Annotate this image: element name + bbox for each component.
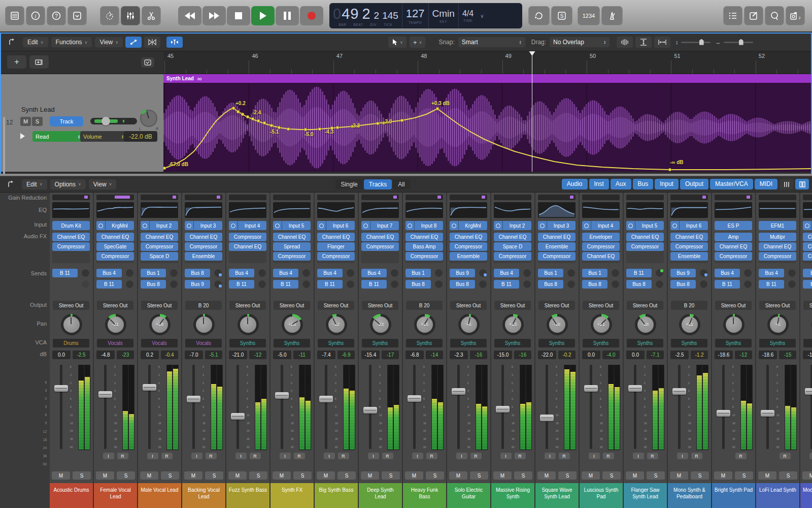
fx-slot[interactable]: Flanger bbox=[317, 242, 355, 251]
record-enable-button[interactable]: R bbox=[647, 453, 658, 459]
channel-solo-button[interactable]: S bbox=[779, 471, 797, 480]
vca-label[interactable]: Synths bbox=[494, 339, 531, 347]
channel-mute-button[interactable]: M bbox=[582, 471, 600, 480]
fx-slot[interactable]: Compressor bbox=[141, 242, 178, 251]
fx-slot[interactable]: Channel EQ bbox=[141, 233, 178, 241]
mixer-channel-strip[interactable]: ES PAmpChannel EQCompressorBus 4B 11Ster… bbox=[712, 193, 756, 508]
send-button[interactable]: Bus 1 bbox=[582, 269, 607, 277]
playhead-marker[interactable] bbox=[529, 51, 535, 56]
volume-value[interactable]: -18.6 bbox=[715, 351, 733, 359]
record-button[interactable] bbox=[300, 6, 323, 25]
record-enable-button[interactable]: R bbox=[515, 453, 526, 459]
channel-name[interactable]: LoFi Lead Synth bbox=[756, 483, 799, 508]
automation-point[interactable] bbox=[287, 128, 290, 131]
channel-solo-button[interactable]: S bbox=[382, 471, 400, 480]
pan-knob[interactable]: -18 bbox=[635, 314, 656, 335]
channel-solo-button[interactable]: S bbox=[691, 471, 709, 480]
fx-slot[interactable]: Channel EQ bbox=[538, 233, 576, 241]
fader-handle[interactable] bbox=[717, 410, 730, 417]
input-monitor-circle-icon[interactable] bbox=[538, 221, 547, 230]
channel-solo-button[interactable]: S bbox=[117, 471, 135, 480]
notepad-icon[interactable] bbox=[744, 6, 763, 25]
vca-label[interactable]: Drums bbox=[53, 339, 89, 347]
filter-audio[interactable]: Audio bbox=[562, 179, 588, 189]
input-button[interactable]: KrgMnl bbox=[96, 221, 134, 230]
fx-slot[interactable]: Compressor bbox=[450, 242, 487, 251]
output-button[interactable]: Stereo Out bbox=[759, 301, 796, 310]
send-knob[interactable] bbox=[302, 280, 311, 289]
automation-point[interactable] bbox=[270, 124, 273, 127]
fader-handle[interactable] bbox=[187, 396, 200, 402]
input-monitor-button[interactable]: I bbox=[147, 453, 158, 459]
fx-slot[interactable]: Compressor bbox=[803, 252, 812, 261]
send-knob[interactable] bbox=[170, 280, 178, 289]
solo-button[interactable]: S bbox=[32, 117, 43, 126]
pan-knob[interactable]: +11 bbox=[679, 314, 700, 335]
vca-label[interactable]: Synths bbox=[274, 339, 310, 347]
send-button[interactable]: Bus 4 bbox=[715, 269, 740, 277]
send-button[interactable]: B 11 bbox=[803, 280, 812, 289]
input-monitor-circle-icon[interactable] bbox=[582, 221, 591, 230]
record-enable-button[interactable]: R bbox=[117, 453, 128, 459]
input-button[interactable]: Input 2 bbox=[141, 221, 178, 230]
input-button[interactable]: Input 4 bbox=[229, 221, 266, 230]
send-knob[interactable] bbox=[214, 269, 222, 277]
tuner-icon[interactable] bbox=[100, 6, 119, 25]
mixer-channel-strip[interactable]: Input 8Channel EQBass AmpCompressorBus 1… bbox=[403, 193, 447, 508]
replace-icon[interactable]: S bbox=[551, 6, 572, 25]
eq-thumbnail[interactable] bbox=[317, 202, 355, 218]
send-button[interactable]: Bus 8 bbox=[405, 280, 431, 289]
send-button[interactable]: B 11 bbox=[759, 280, 784, 289]
filter-output[interactable]: Output bbox=[680, 179, 708, 189]
automation-point[interactable] bbox=[376, 122, 379, 125]
record-enable-button[interactable]: R bbox=[382, 453, 393, 459]
send-button[interactable]: Bus 4 bbox=[96, 269, 122, 277]
channel-name[interactable]: Square Wave Synth Lead bbox=[535, 483, 579, 508]
volume-value[interactable]: 0.0 bbox=[626, 351, 645, 359]
vertical-auto-zoom-icon[interactable] bbox=[635, 37, 652, 48]
channel-mute-button[interactable]: M bbox=[714, 471, 732, 480]
send-knob[interactable] bbox=[346, 269, 355, 277]
send-knob[interactable] bbox=[523, 269, 531, 277]
channel-name[interactable]: Massive Rising Synth bbox=[491, 483, 534, 508]
input-monitor-circle-icon[interactable] bbox=[450, 221, 459, 230]
send-button[interactable]: Bus 8 bbox=[626, 280, 652, 289]
editors-scissors-icon[interactable] bbox=[142, 6, 161, 25]
channel-mute-button[interactable]: M bbox=[758, 471, 776, 480]
fx-slot[interactable]: Compressor bbox=[361, 242, 399, 251]
fader-handle[interactable] bbox=[319, 396, 333, 402]
fx-slot[interactable]: Channel EQ bbox=[626, 233, 664, 241]
channel-name[interactable]: Flanger Saw Synth Lead bbox=[624, 483, 667, 508]
input-monitor-circle-icon[interactable] bbox=[405, 221, 415, 230]
hide-automation-icon[interactable] bbox=[4, 37, 20, 48]
pan-knob[interactable]: +13 bbox=[502, 314, 524, 335]
input-monitor-circle-icon[interactable] bbox=[361, 221, 370, 230]
send-button[interactable]: B 11 bbox=[52, 269, 78, 277]
fx-slot[interactable]: Compressor bbox=[538, 252, 576, 261]
channel-name[interactable]: Modulated Synth bbox=[800, 483, 812, 508]
send-button[interactable]: Bus 1 bbox=[538, 269, 563, 277]
channel-solo-button[interactable]: S bbox=[602, 471, 621, 480]
pan-knob[interactable]: -16 bbox=[547, 314, 568, 335]
record-enable-button[interactable]: R bbox=[470, 453, 482, 459]
lcd-display[interactable]: 049 2 2 145 BARBEATDIVTICK 127 TEMPO Cmi… bbox=[329, 3, 522, 28]
send-button[interactable]: B 11 bbox=[626, 269, 652, 277]
channel-name[interactable]: Synth FX bbox=[270, 483, 314, 508]
send-knob[interactable] bbox=[434, 280, 443, 289]
fader-handle[interactable] bbox=[54, 385, 68, 392]
input-button[interactable]: Input 6 bbox=[317, 221, 355, 230]
volume-value[interactable]: 0.2 bbox=[141, 351, 159, 359]
channel-solo-button[interactable]: S bbox=[514, 471, 532, 480]
automation-point[interactable] bbox=[263, 121, 266, 124]
input-monitor-circle-icon[interactable] bbox=[96, 221, 106, 230]
output-button[interactable]: Stereo Out bbox=[450, 301, 487, 310]
input-monitor-circle-icon[interactable] bbox=[803, 221, 812, 230]
record-enable-button[interactable]: R bbox=[603, 453, 614, 459]
volume-value[interactable]: -22.0 bbox=[538, 351, 556, 359]
fx-slot[interactable]: Compressor bbox=[96, 252, 134, 261]
input-monitor-button[interactable]: I bbox=[368, 453, 379, 459]
fx-slot[interactable]: Compressor bbox=[670, 242, 708, 251]
mixer-channel-strip[interactable]: Input 6Channel EQCompressorEnsembleBus 9… bbox=[668, 193, 712, 508]
send-knob[interactable] bbox=[788, 280, 796, 289]
vca-label[interactable]: Vocals bbox=[97, 339, 133, 347]
